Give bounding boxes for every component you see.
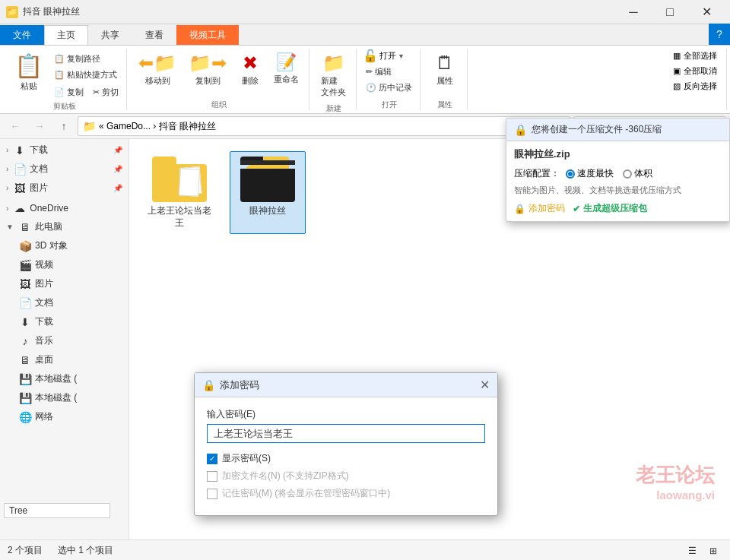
item-count: 2 个项目 [8,544,43,557]
file-item-folder1[interactable]: 上老王论坛当老王 [141,151,217,234]
encrypt-name-row: 加密文件名(N) (不支持ZIP格式) [207,470,485,482]
tab-file[interactable]: 文件 [0,25,44,45]
back-button[interactable]: ← [5,116,26,136]
remember-pwd-checkbox[interactable] [207,489,217,499]
folder-name-1: 上老王论坛当老王 [148,205,211,229]
nav-item-documents[interactable]: 📄 文档 [0,293,129,312]
password-dialog: 🔒 添加密码 ✕ 输入密码(E) ✓ 显示密码(S) 加密文件名(N) (不支持… [194,372,498,516]
tree-label: Tree [4,503,110,518]
add-password-button[interactable]: 🔒 添加密码 [514,202,565,215]
dark-folder-icon [240,157,295,202]
pwd-close-button[interactable]: ✕ [480,378,490,392]
address-bar[interactable]: 📁 « GameDo... › 抖音 眼神拉丝 ▼ 🔄 [78,116,570,136]
size-radio[interactable]: 体积 [623,167,652,180]
list-view-button[interactable]: ☰ [683,542,701,560]
folder-name-2: 眼神拉丝 [249,205,286,217]
invert-select-button[interactable]: ▧反向选择 [668,79,722,93]
help-button[interactable]: ? [709,24,730,45]
tab-home[interactable]: 主页 [44,25,88,45]
edit-button[interactable]: ✏编辑 [363,65,395,79]
paste-shortcut-button[interactable]: 📋粘贴快捷方式 [51,68,122,82]
open-label: 打开 [382,98,397,110]
nav-item-disk-c[interactable]: 💾 本地磁盘 ( [0,369,129,388]
compress-hint: 智能为图片、视频、文档等挑选最优压缩方式 [514,185,722,196]
nav-item-network[interactable]: 🌐 网络 [0,407,129,426]
app-icon: 📁 [6,6,18,18]
nav-pane: › ⬇ 下载 📌 › 📄 文档 📌 › 🖼 图片 📌 › ☁ OneDrive [0,139,129,539]
nav-item-video[interactable]: 🎬 视频 [0,255,129,274]
ribbon: 📋 粘贴 📋复制路径 📋粘贴快捷方式 📄复制 ✂剪切 [0,46,730,114]
nav-item-downloads2[interactable]: ⬇ 下载 [0,312,129,331]
generate-button[interactable]: ✔ 生成超级压缩包 [573,202,647,215]
ribbon-group-new: 📁 新建 文件夹 新建 [311,49,357,110]
delete-button[interactable]: ✖ 删除 [233,49,267,90]
clipboard-label: 剪贴板 [53,100,76,112]
show-pwd-row[interactable]: ✓ 显示密码(S) [207,452,485,465]
copy-path-button[interactable]: 📋复制路径 [51,52,122,66]
ribbon-tabs: 文件 主页 共享 查看 视频工具 ? [0,24,730,46]
compress-header: 🔒 您将创建一个压缩文件 -360压缩 [506,119,729,141]
tab-share[interactable]: 共享 [88,25,132,45]
nav-item-download[interactable]: › ⬇ 下载 📌 [0,141,129,160]
pwd-dialog-title-bar: 🔒 添加密码 ✕ [195,373,497,397]
ribbon-group-organize: ⬅📁 移动到 📁➡ 复制到 ✖ 删除 📝 重命名 组织 [129,49,309,110]
ribbon-group-clipboard: 📋 粘贴 📋复制路径 📋粘贴快捷方式 📄复制 ✂剪切 [3,49,127,110]
window-controls: ─ □ ✕ [616,0,724,24]
nav-item-onedrive[interactable]: › ☁ OneDrive [0,199,129,217]
compress-radio-group: 速度最快 体积 [566,167,652,180]
nav-item-disk-d[interactable]: 💾 本地磁盘 ( [0,388,129,407]
watermark: 老王论坛 laowang.vi [636,462,715,501]
tab-view[interactable]: 查看 [132,25,176,45]
select-col: ▦全部选择 ▣全部取消 ▧反向选择 [668,49,722,93]
nav-item-this-pc[interactable]: ▼ 🖥 此电脑 [0,217,129,236]
compress-popup: 🔒 您将创建一个压缩文件 -360压缩 眼神拉丝.zip 压缩配置： 速度最快 … [506,118,730,222]
close-button[interactable]: ✕ [689,0,724,24]
deselect-all-button[interactable]: ▣全部取消 [668,64,722,78]
maximize-button[interactable]: □ [652,0,687,24]
nav-item-pics[interactable]: › 🖼 图片 📌 [0,179,129,198]
new-folder-button[interactable]: 📁 新建 文件夹 [316,49,351,102]
forward-button[interactable]: → [29,116,50,136]
compress-actions: 🔒 添加密码 ✔ 生成超级压缩包 [514,202,722,215]
props-label: 属性 [437,98,452,110]
move-to-button[interactable]: ⬅📁 移动到 [133,49,182,90]
speed-radio[interactable]: 速度最快 [566,167,614,180]
remember-pwd-row: 记住密码(M) (将会显示在管理密码窗口中) [207,487,485,500]
paste-button[interactable]: 📋 粘贴 [8,49,49,96]
nav-item-desktop[interactable]: 🖥 桌面 [0,350,129,369]
encrypt-name-checkbox[interactable] [207,471,217,482]
organize-label: 组织 [211,98,227,110]
cut-button[interactable]: ✂剪切 [90,85,122,100]
ribbon-group-open: 🔓 打开 ▼ ✏编辑 🕐历中记录 打开 [358,49,421,110]
minimize-button[interactable]: ─ [616,0,651,24]
status-bar: 2 个项目 选中 1 个项目 ☰ ⊞ [0,539,730,560]
selected-count: 选中 1 个项目 [58,544,113,557]
file-item-folder2[interactable]: 眼神拉丝 [230,151,306,234]
copy-button[interactable]: 📄复制 [51,85,87,100]
rename-button[interactable]: 📝 重命名 [268,49,304,89]
nav-item-3d[interactable]: 📦 3D 对象 [0,236,129,255]
folder-icon-1 [152,157,207,202]
pwd-title-left: 🔒 添加密码 [202,378,259,392]
compress-filename: 眼神拉丝.zip [514,147,722,161]
ribbon-group-select: ▦全部选择 ▣全部取消 ▧反向选择 [664,49,727,110]
window-title: 抖音 眼神拉丝 [23,5,80,18]
grid-view-button[interactable]: ⊞ [704,542,722,560]
pwd-input-label: 输入密码(E) [207,408,485,421]
pwd-input-field[interactable] [207,424,485,443]
new-label: 新建 [326,102,341,114]
nav-section-quick: › ⬇ 下载 📌 › 📄 文档 📌 › 🖼 图片 📌 [0,139,129,199]
title-bar: 📁 抖音 眼神拉丝 ─ □ ✕ [0,0,730,24]
nav-item-images[interactable]: 🖼 图片 [0,274,129,293]
up-button[interactable]: ↑ [53,116,75,136]
select-all-button[interactable]: ▦全部选择 [668,49,722,63]
copy-to-button[interactable]: 📁➡ 复制到 [183,49,232,90]
ribbon-group-props: 🗒 属性 属性 [422,49,468,110]
history-button[interactable]: 🕐历中记录 [363,81,415,95]
properties-button[interactable]: 🗒 属性 [428,49,462,90]
nav-item-music[interactable]: ♪ 音乐 [0,331,129,350]
nav-item-docs[interactable]: › 📄 文档 📌 [0,160,129,179]
tab-video-tools[interactable]: 视频工具 [176,25,239,45]
show-pwd-checkbox[interactable]: ✓ [207,454,217,464]
compress-config-row: 压缩配置： 速度最快 体积 [514,167,722,180]
